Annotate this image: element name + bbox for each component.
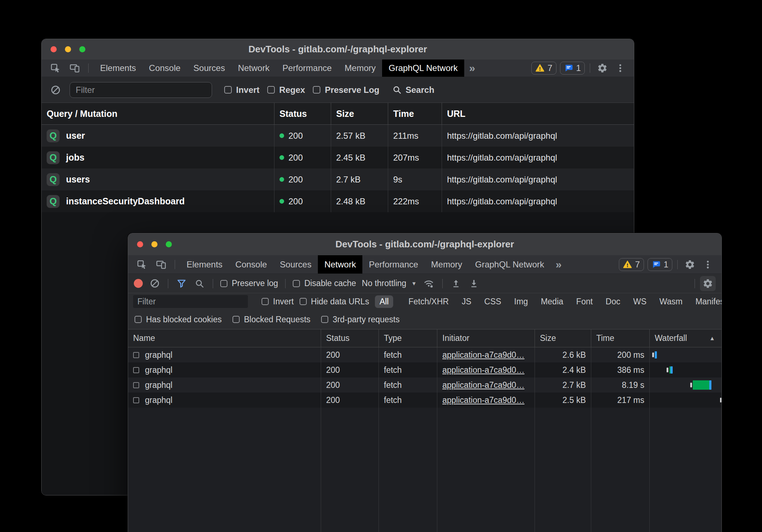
column-header-status[interactable]: Status: [274, 103, 331, 124]
tab-performance[interactable]: Performance: [362, 255, 424, 274]
tab-memory[interactable]: Memory: [425, 255, 469, 274]
close-window-button[interactable]: [51, 46, 57, 52]
blocked-requests-checkbox[interactable]: [232, 316, 240, 323]
invert-checkbox-group[interactable]: Invert: [262, 297, 294, 307]
column-header-size[interactable]: Size: [331, 103, 388, 124]
network-conditions-icon[interactable]: [422, 277, 435, 290]
table-row[interactable]: Qjobs 200 2.45 kB 207ms https://gitlab.c…: [42, 147, 634, 168]
network-filter-input[interactable]: [133, 295, 248, 308]
tab-network[interactable]: Network: [231, 60, 276, 77]
minimize-window-button[interactable]: [65, 46, 71, 52]
invert-checkbox[interactable]: [262, 298, 269, 305]
settings-gear-icon[interactable]: [683, 258, 697, 271]
row-checkbox[interactable]: [133, 352, 139, 358]
more-tabs-chevron-icon[interactable]: »: [551, 255, 567, 274]
tab-sources[interactable]: Sources: [187, 60, 231, 77]
search-icon[interactable]: [193, 277, 206, 290]
row-checkbox[interactable]: [133, 367, 139, 373]
filter-chip-media[interactable]: Media: [537, 295, 567, 308]
filter-chip-img[interactable]: Img: [511, 295, 531, 308]
more-tabs-chevron-icon[interactable]: »: [464, 60, 480, 77]
initiator-link[interactable]: application-a7ca9d0…: [442, 380, 525, 390]
network-request-row[interactable]: graphql 200 fetch application-a7ca9d0… 2…: [128, 362, 721, 377]
column-header-initiator[interactable]: Initiator: [437, 329, 535, 347]
network-settings-gear-icon[interactable]: [700, 276, 716, 291]
issues-badge[interactable]: 1: [648, 258, 672, 271]
settings-gear-icon[interactable]: [595, 61, 610, 75]
table-row[interactable]: Qusers 200 2.7 kB 9s https://gitlab.com/…: [42, 168, 634, 190]
minimize-window-button[interactable]: [151, 241, 157, 247]
tab-sources[interactable]: Sources: [273, 255, 318, 274]
filter-input[interactable]: [70, 82, 212, 98]
column-header-size[interactable]: Size: [535, 329, 591, 347]
zoom-window-button[interactable]: [166, 241, 172, 247]
kebab-menu-icon[interactable]: [613, 61, 627, 75]
preserve-log-checkbox[interactable]: [313, 86, 320, 94]
disable-cache-checkbox[interactable]: [293, 280, 300, 287]
initiator-link[interactable]: application-a7ca9d0…: [442, 350, 525, 360]
initiator-link[interactable]: application-a7ca9d0…: [442, 365, 525, 375]
import-har-icon[interactable]: [450, 277, 462, 290]
clear-block-icon[interactable]: [50, 83, 62, 97]
preserve-log-checkbox-group[interactable]: Preserve Log: [313, 85, 379, 95]
filter-funnel-icon[interactable]: [175, 277, 188, 290]
tab-network[interactable]: Network: [318, 255, 362, 274]
column-header-type[interactable]: Type: [379, 329, 437, 347]
tab-performance[interactable]: Performance: [276, 60, 338, 77]
disable-cache-checkbox-group[interactable]: Disable cache: [293, 279, 356, 288]
preserve-log-checkbox[interactable]: [220, 280, 227, 287]
tab-graphql-network[interactable]: GraphQL Network: [469, 255, 551, 274]
issues-badge[interactable]: 1: [560, 62, 585, 75]
filter-chip-wasm[interactable]: Wasm: [656, 295, 686, 308]
tab-graphql-network[interactable]: GraphQL Network: [382, 60, 464, 77]
titlebar[interactable]: DevTools - gitlab.com/-/graphql-explorer: [128, 233, 721, 255]
row-checkbox[interactable]: [133, 397, 139, 403]
zoom-window-button[interactable]: [79, 46, 85, 52]
regex-checkbox[interactable]: [267, 86, 275, 94]
hide-data-urls-checkbox[interactable]: [300, 298, 307, 305]
column-header-status[interactable]: Status: [321, 329, 379, 347]
tab-console[interactable]: Console: [142, 60, 187, 77]
filter-chip-ws[interactable]: WS: [630, 295, 650, 308]
filter-chip-doc[interactable]: Doc: [602, 295, 624, 308]
table-row[interactable]: QinstanceSecurityDashboard 200 2.48 kB 2…: [42, 190, 634, 212]
search-control[interactable]: Search: [392, 85, 434, 95]
filter-chip-css[interactable]: CSS: [481, 295, 505, 308]
column-header-waterfall[interactable]: Waterfall ▲: [650, 329, 721, 347]
export-har-icon[interactable]: [468, 277, 480, 290]
kebab-menu-icon[interactable]: [701, 258, 715, 271]
column-header-name[interactable]: Name: [128, 329, 321, 347]
hide-data-urls-checkbox-group[interactable]: Hide data URLs: [300, 297, 369, 307]
filter-chip-js[interactable]: JS: [458, 295, 475, 308]
has-blocked-cookies-checkbox[interactable]: [135, 316, 142, 323]
filter-chip-font[interactable]: Font: [573, 295, 596, 308]
invert-checkbox[interactable]: [224, 86, 232, 94]
warnings-badge[interactable]: 7: [619, 258, 644, 271]
initiator-link[interactable]: application-a7ca9d0…: [442, 395, 525, 405]
column-header-time[interactable]: Time: [388, 103, 442, 124]
device-toolbar-icon[interactable]: [67, 61, 82, 75]
warnings-badge[interactable]: 7: [531, 62, 556, 75]
invert-checkbox-group[interactable]: Invert: [224, 85, 259, 95]
filter-chip-manifest[interactable]: Manifest: [692, 295, 722, 308]
filter-chip-all[interactable]: All: [375, 295, 394, 308]
regex-checkbox-group[interactable]: Regex: [267, 85, 305, 95]
tab-elements[interactable]: Elements: [180, 255, 229, 274]
throttling-dropdown[interactable]: No throttling ▼: [362, 279, 417, 288]
column-header-query-mutation[interactable]: Query / Mutation: [42, 103, 274, 124]
has-blocked-cookies-checkbox-group[interactable]: Has blocked cookies: [135, 315, 222, 324]
inspect-element-icon[interactable]: [48, 61, 62, 75]
tab-console[interactable]: Console: [229, 255, 273, 274]
close-window-button[interactable]: [137, 241, 143, 247]
table-row[interactable]: Quser 200 2.57 kB 211ms https://gitlab.c…: [42, 125, 634, 147]
inspect-element-icon[interactable]: [135, 258, 149, 271]
record-network-log-button[interactable]: [134, 279, 143, 288]
filter-chip-fetch-xhr[interactable]: Fetch/XHR: [405, 295, 452, 308]
tab-elements[interactable]: Elements: [94, 60, 142, 77]
network-request-row[interactable]: graphql 200 fetch application-a7ca9d0… 2…: [128, 377, 721, 393]
column-header-url[interactable]: URL: [442, 103, 634, 124]
blocked-requests-checkbox-group[interactable]: Blocked Requests: [232, 315, 310, 324]
third-party-requests-checkbox-group[interactable]: 3rd-party requests: [321, 315, 400, 324]
third-party-requests-checkbox[interactable]: [321, 316, 328, 323]
row-checkbox[interactable]: [133, 382, 139, 388]
